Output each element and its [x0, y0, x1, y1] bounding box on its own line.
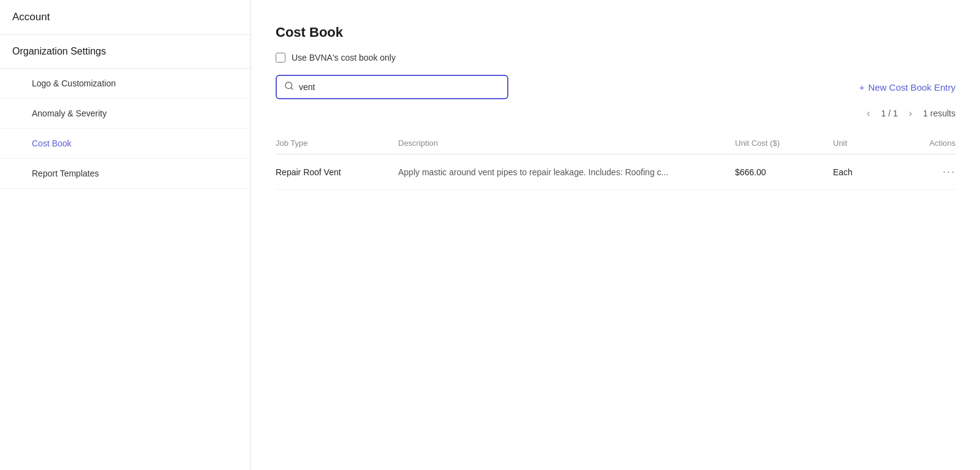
- table-header: Job Type Description Unit Cost ($) Unit …: [276, 132, 956, 154]
- sidebar-item-logo-customization[interactable]: Logo & Customization: [0, 69, 251, 99]
- cell-job-type: Repair Roof Vent: [276, 167, 398, 177]
- checkbox-row: Use BVNA's cost book only: [276, 53, 956, 63]
- cell-unit-cost: $666.00: [735, 167, 833, 177]
- bvna-checkbox[interactable]: [276, 53, 285, 63]
- prev-page-button[interactable]: ‹: [863, 107, 873, 120]
- cell-description: Apply mastic around vent pipes to repair…: [398, 167, 735, 177]
- header-unit: Unit: [833, 138, 907, 148]
- plus-icon: +: [859, 82, 865, 93]
- next-page-button[interactable]: ›: [905, 107, 916, 120]
- pagination-results: 1 results: [923, 108, 956, 118]
- search-icon: [284, 81, 294, 93]
- table-row: Repair Roof Vent Apply mastic around ven…: [276, 154, 956, 190]
- header-job-type: Job Type: [276, 138, 398, 148]
- checkbox-label: Use BVNA's cost book only: [292, 53, 396, 63]
- cell-unit: Each: [833, 167, 907, 177]
- page-title: Cost Book: [276, 25, 956, 40]
- search-box: [276, 75, 508, 99]
- cell-actions: ···: [907, 165, 956, 178]
- main-content: Cost Book Use BVNA's cost book only + Ne…: [251, 0, 980, 470]
- row-actions-button[interactable]: ···: [943, 165, 956, 178]
- header-description: Description: [398, 138, 735, 148]
- table-container: Job Type Description Unit Cost ($) Unit …: [276, 132, 956, 190]
- search-input[interactable]: [299, 82, 500, 92]
- sidebar-org-settings[interactable]: Organization Settings: [0, 35, 251, 69]
- new-entry-label: New Cost Book Entry: [868, 82, 956, 93]
- search-actions-row: + New Cost Book Entry: [276, 75, 956, 99]
- new-cost-book-entry-button[interactable]: + New Cost Book Entry: [859, 82, 956, 93]
- header-unit-cost: Unit Cost ($): [735, 138, 833, 148]
- sidebar-item-report-templates[interactable]: Report Templates: [0, 159, 251, 189]
- sidebar-account[interactable]: Account: [0, 0, 251, 35]
- pagination-current: 1 / 1: [881, 108, 898, 118]
- sidebar: Account Organization Settings Logo & Cus…: [0, 0, 251, 470]
- sidebar-item-cost-book[interactable]: Cost Book: [0, 129, 251, 159]
- svg-line-1: [291, 88, 293, 89]
- sidebar-item-anomaly-severity[interactable]: Anomaly & Severity: [0, 99, 251, 129]
- pagination-row: ‹ 1 / 1 › 1 results: [276, 107, 956, 120]
- header-actions: Actions: [907, 138, 956, 148]
